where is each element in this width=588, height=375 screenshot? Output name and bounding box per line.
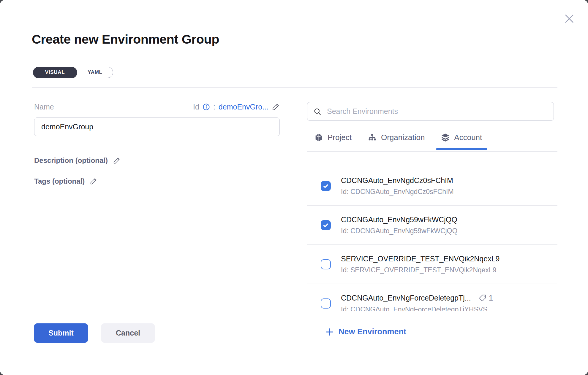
env-text: CDCNGAuto_EnvNg59wFkWCjQQ Id: CDCNGAuto_…	[341, 215, 457, 235]
cube-icon	[314, 133, 323, 142]
tab-project[interactable]: Project	[314, 133, 352, 149]
search-icon	[313, 107, 322, 116]
name-label-row: Name Id : demoEnvGro...	[34, 103, 280, 111]
entity-id-group: Id : demoEnvGro...	[193, 103, 280, 111]
environment-list: CDCNGAuto_EnvNgdCz0sFChIM Id: CDCNGAuto_…	[307, 166, 557, 311]
env-id: Id: SERVICE_OVERRIDE_TEST_ENVQik2NqexL9	[341, 266, 500, 274]
env-name: CDCNGAuto_EnvNgForceDeletegpTj...	[341, 294, 471, 302]
tab-project-label: Project	[328, 133, 352, 142]
env-checkbox[interactable]	[321, 181, 331, 191]
cancel-button[interactable]: Cancel	[101, 323, 155, 343]
env-text: SERVICE_OVERRIDE_TEST_ENVQik2NqexL9 Id: …	[341, 255, 500, 274]
env-name: SERVICE_OVERRIDE_TEST_ENVQik2NqexL9	[341, 255, 500, 263]
id-value-link[interactable]: demoEnvGro...	[219, 103, 268, 111]
close-icon[interactable]	[562, 11, 577, 26]
environment-row[interactable]: CDCNGAuto_EnvNg59wFkWCjQQ Id: CDCNGAuto_…	[307, 206, 557, 245]
id-label: Id	[193, 103, 199, 111]
env-id: Id: CDCNGAuto_EnvNg59wFkWCjQQ	[341, 227, 457, 235]
toggle-visual[interactable]: VISUAL	[33, 67, 77, 78]
scope-tabs: Project Organization Account	[314, 133, 482, 149]
tab-account-label: Account	[454, 133, 482, 142]
environment-row[interactable]: SERVICE_OVERRIDE_TEST_ENVQik2NqexL9 Id: …	[307, 245, 557, 284]
env-id: Id: CDCNGAuto_EnvNgForceDeletegpTjYHSVS	[341, 306, 493, 311]
tags-row: Tags (optional)	[34, 177, 97, 185]
edit-description-pencil-icon[interactable]	[113, 157, 121, 164]
edit-tags-pencil-icon[interactable]	[90, 177, 97, 185]
name-input[interactable]	[34, 117, 280, 136]
search-input[interactable]	[326, 107, 548, 116]
header-divider	[32, 87, 557, 88]
toggle-yaml[interactable]: YAML	[77, 67, 113, 78]
env-checkbox[interactable]	[321, 298, 331, 309]
environment-row[interactable]: CDCNGAuto_EnvNgdCz0sFChIM Id: CDCNGAuto_…	[307, 166, 557, 206]
tags-label: Tags (optional)	[34, 177, 85, 185]
new-environment-label: New Environment	[339, 327, 406, 336]
env-name: CDCNGAuto_EnvNgdCz0sFChIM	[341, 176, 453, 185]
modal-title: Create new Environment Group	[32, 32, 219, 47]
description-row: Description (optional)	[34, 156, 121, 165]
edit-id-pencil-icon[interactable]	[272, 103, 280, 111]
tabs-divider	[307, 151, 557, 152]
tab-organization[interactable]: Organization	[368, 133, 425, 149]
environment-row[interactable]: CDCNGAuto_EnvNgForceDeletegpTj... 1 Id: …	[307, 284, 557, 311]
info-icon[interactable]	[203, 103, 210, 111]
environment-search-box	[307, 102, 554, 121]
env-tag-badge: 1	[479, 293, 493, 303]
env-id: Id: CDCNGAuto_EnvNgdCz0sFChIM	[341, 188, 454, 196]
visual-yaml-toggle: VISUAL YAML	[33, 67, 113, 78]
env-name: CDCNGAuto_EnvNg59wFkWCjQQ	[341, 215, 457, 224]
org-chart-icon	[368, 133, 377, 142]
name-label: Name	[34, 103, 54, 111]
id-separator: :	[213, 103, 215, 111]
layers-icon	[441, 133, 450, 142]
create-environment-group-modal: Create new Environment Group VISUAL YAML…	[0, 0, 588, 375]
column-divider	[294, 102, 294, 343]
tab-organization-label: Organization	[381, 133, 425, 142]
tag-count: 1	[489, 293, 493, 303]
tab-account[interactable]: Account	[441, 133, 482, 149]
env-checkbox[interactable]	[321, 220, 331, 230]
env-text: CDCNGAuto_EnvNgForceDeletegpTj... 1 Id: …	[341, 293, 493, 311]
plus-icon	[325, 328, 334, 336]
submit-button[interactable]: Submit	[34, 323, 88, 343]
env-checkbox[interactable]	[321, 259, 331, 269]
new-environment-button[interactable]: New Environment	[325, 327, 406, 336]
env-text: CDCNGAuto_EnvNgdCz0sFChIM Id: CDCNGAuto_…	[341, 176, 454, 196]
description-label: Description (optional)	[34, 156, 108, 165]
tag-icon	[479, 294, 487, 302]
